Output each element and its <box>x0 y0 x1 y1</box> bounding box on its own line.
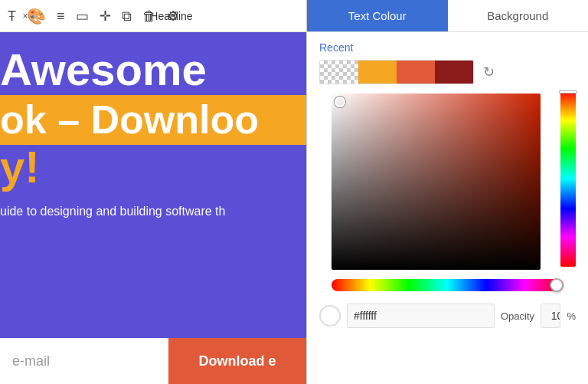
swatch-red[interactable] <box>397 61 435 84</box>
webpage-preview: – × Headline T 🎨 ≡ ▭ ✛ ⧉ 🗑 ⚙ Awesome ok … <box>0 0 306 384</box>
spectrum-gradient <box>332 94 541 270</box>
bottom-bar: e-mail Download e <box>0 338 306 384</box>
swatch-orange[interactable] <box>358 61 397 84</box>
align-icon[interactable]: ≡ <box>57 8 65 25</box>
download-bar: ok – Downloo <box>0 95 306 145</box>
exclaim-text: y! <box>0 145 306 189</box>
gradient-area[interactable] <box>332 94 541 270</box>
hue-slider[interactable] <box>560 90 576 267</box>
color-picker-tabs: Text Colour Background <box>307 0 588 32</box>
layers-icon[interactable]: ⧉ <box>122 8 132 25</box>
paint-icon[interactable]: 🎨 <box>27 7 46 25</box>
recent-swatches <box>319 60 474 84</box>
hex-input[interactable] <box>347 304 495 328</box>
subtitle-text: uide to designing and building software … <box>0 205 306 218</box>
download-button[interactable]: Download e <box>168 338 306 384</box>
move-icon[interactable]: ✛ <box>100 8 111 25</box>
alpha-slider-row <box>319 273 576 294</box>
email-field[interactable]: e-mail <box>0 338 168 384</box>
color-picker-panel: Text Colour Background Recent ↻ <box>306 0 588 384</box>
webpage-content: Awesome ok – Downloo y! uide to designin… <box>0 32 306 384</box>
hue-indicator <box>559 90 577 94</box>
opacity-input-container: ▲ ▼ <box>541 304 560 328</box>
download-text: ok – Downloo <box>0 98 306 142</box>
text-icon[interactable]: T <box>8 8 16 25</box>
settings-icon[interactable]: ⚙ <box>167 8 179 25</box>
tab-background[interactable]: Background <box>448 0 589 31</box>
opacity-input[interactable] <box>541 310 560 322</box>
delete-icon[interactable]: 🗑 <box>142 8 156 25</box>
swatch-transparent[interactable] <box>320 61 358 84</box>
headline-toolbar: – × Headline T 🎨 ≡ ▭ ✛ ⧉ 🗑 ⚙ <box>0 0 306 32</box>
hue-slider-container <box>560 90 576 267</box>
color-input-row: Opacity ▲ ▼ % <box>307 297 588 334</box>
color-cursor[interactable] <box>335 97 345 107</box>
recent-label: Recent <box>319 41 576 54</box>
alpha-thumb[interactable] <box>550 278 564 292</box>
alpha-slider[interactable] <box>332 279 564 291</box>
color-gradient-wrapper <box>319 90 576 267</box>
frame-icon[interactable]: ▭ <box>76 8 89 25</box>
recent-section: Recent ↻ <box>307 32 588 90</box>
percent-label: % <box>567 310 576 322</box>
email-placeholder: e-mail <box>12 353 50 369</box>
color-preview[interactable] <box>319 305 341 327</box>
opacity-label: Opacity <box>501 310 534 322</box>
refresh-icon[interactable]: ↻ <box>483 64 495 80</box>
awesome-text: Awesome <box>0 32 306 92</box>
toolbar-icon-row: T 🎨 ≡ ▭ ✛ ⧉ 🗑 ⚙ <box>8 0 299 32</box>
swatch-dark-red[interactable] <box>435 61 473 84</box>
tab-text-colour[interactable]: Text Colour <box>307 0 448 31</box>
